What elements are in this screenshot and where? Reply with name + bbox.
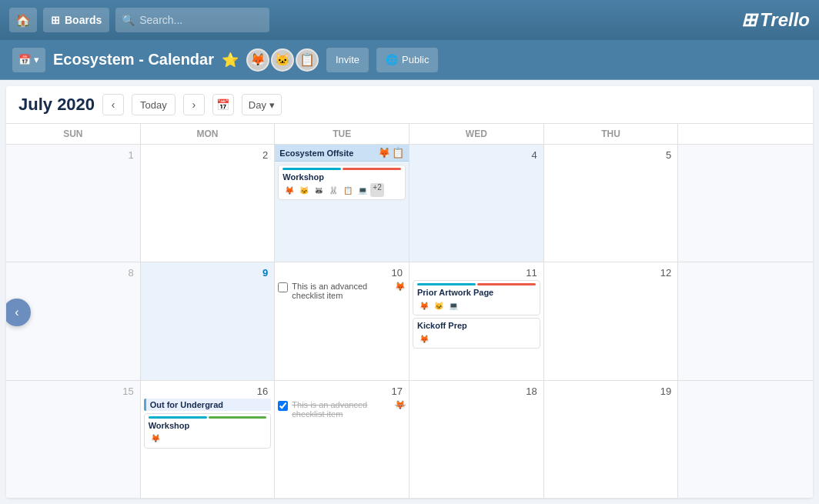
board-header: 📅 ▾ Ecosystem - Calendar ⭐ 🦊 🐱 📋 Invite …	[0, 40, 819, 80]
day-cell-wed-11[interactable]: 11 Prior Artwork Page 🦊 🐱 💻	[410, 262, 544, 379]
checklist-text: This is an advanced checklist item	[292, 282, 391, 300]
day-number: 19	[547, 384, 675, 399]
out-for-undergrad-event[interactable]: Out for Undergrad	[144, 399, 272, 411]
day-number: 16	[144, 384, 272, 399]
overflow-badge: +2	[370, 183, 383, 197]
avatar: 💻	[356, 183, 369, 197]
public-label: Public	[402, 54, 429, 65]
avatar: 🦊	[282, 183, 296, 197]
day-number: 9	[144, 265, 272, 280]
boards-button[interactable]: ⊞ Boards	[43, 8, 109, 32]
star-button[interactable]: ⭐	[222, 52, 239, 68]
day-cell-mon-9: 9	[141, 262, 276, 379]
member-avatars: 🦊 🐱 📋	[246, 48, 319, 72]
day-header-wed: WED	[410, 124, 544, 144]
home-button[interactable]: 🏠	[9, 8, 37, 32]
view-label: Day	[249, 99, 266, 111]
day-headers-row: SUN MON TUE WED THU	[6, 124, 813, 145]
view-selector[interactable]: Day ▾	[242, 94, 282, 115]
top-navigation: 🏠 ⊞ Boards 🔍 ⊞ Trello	[0, 0, 819, 40]
avatar: 🦊	[417, 332, 431, 345]
avatar[interactable]: 🦊	[246, 48, 269, 72]
day-cell-tue-3[interactable]: Ecosystem Offsite 🦊📋 Workshop	[275, 145, 410, 262]
search-icon: 🔍	[122, 14, 135, 26]
event-bar	[149, 416, 267, 419]
workshop-title-16: Workshop	[149, 421, 267, 430]
workshop-event-16[interactable]: Workshop 🦊	[144, 413, 272, 449]
avatar[interactable]: 🐱	[271, 48, 294, 72]
avatar: 🦝	[312, 183, 326, 197]
day-number: 2	[144, 148, 272, 162]
kickoff-prep-title: Kickoff Prep	[417, 321, 536, 330]
day-header-tue: TUE	[275, 124, 410, 144]
day-cell-empty	[678, 145, 813, 262]
day-number: 4	[413, 148, 540, 162]
checklist-item-unchecked[interactable]: This is an advanced checklist item 🦊	[278, 280, 406, 302]
day-cell-wed-4: 4	[410, 145, 544, 262]
day-cell-tue-17[interactable]: 17 This is an advanced checklist item 🦊	[275, 381, 410, 498]
day-number: 18	[413, 384, 540, 399]
checklist-checkbox[interactable]	[278, 282, 288, 292]
trello-logo: ⊞ Trello	[741, 9, 810, 31]
calendar-picker-button[interactable]: 📅	[212, 94, 234, 115]
search-input[interactable]	[139, 14, 263, 26]
day-header-sun: SUN	[6, 124, 141, 144]
public-button[interactable]: 🌐 Public	[376, 48, 438, 72]
today-button[interactable]: Today	[132, 94, 176, 115]
week-row: 15 16 Out for Undergrad Workshop	[6, 381, 813, 498]
prior-artwork-event[interactable]: Prior Artwork Page 🦊 🐱 💻	[413, 280, 540, 315]
day-cell-thu-5: 5	[544, 145, 679, 262]
day-cell-mon-2: 2	[141, 145, 276, 262]
kickoff-prep-event[interactable]: Kickoff Prep 🦊	[413, 318, 540, 349]
day-number: 5	[547, 148, 675, 162]
calendar-grid: SUN MON TUE WED THU 1 2 Ecosystem Offsi	[6, 124, 813, 498]
workshop-title: Workshop	[282, 172, 401, 182]
day-number: 1	[9, 148, 137, 162]
day-cell-empty	[678, 262, 813, 379]
trello-logo-text: Trello	[760, 9, 810, 31]
avatar: 📋	[341, 183, 355, 197]
workshop-event-3[interactable]: Workshop 🦊 🐱 🦝 🐰 📋 💻 +2	[278, 165, 406, 200]
next-month-button[interactable]: ›	[183, 94, 205, 115]
view-dropdown-icon: ▾	[269, 99, 275, 111]
day-number: 8	[9, 265, 137, 280]
avatar: 🐱	[432, 299, 446, 312]
checklist-checkbox[interactable]	[278, 401, 288, 411]
invite-label: Invite	[336, 54, 359, 65]
prior-artwork-title: Prior Artwork Page	[417, 288, 536, 297]
event-bar	[417, 283, 536, 285]
avatar: 🐰	[326, 183, 340, 197]
day-cell-sun-15: 15	[6, 381, 141, 498]
day-number: 15	[9, 384, 137, 399]
calendar-header: July 2020 ‹ Today › 📅 Day ▾	[6, 86, 813, 124]
boards-label: Boards	[65, 14, 102, 26]
day-number: 12	[547, 265, 675, 280]
ecosystem-offsite-title[interactable]: Ecosystem Offsite	[279, 149, 353, 158]
day-cell-wed-18: 18	[410, 381, 544, 498]
trello-logo-icon: ⊞	[741, 9, 757, 31]
globe-icon: 🌐	[386, 54, 398, 65]
avatar[interactable]: 📋	[296, 48, 319, 72]
calendar-weeks: 1 2 Ecosystem Offsite 🦊📋	[6, 145, 813, 498]
day-cell-thu-12: 12	[544, 262, 679, 379]
week-row: 8 9 10 This is an advanced checklist ite…	[6, 262, 813, 380]
day-cell-thu-19: 19	[544, 381, 679, 498]
day-number: 17	[278, 384, 406, 399]
checklist-emoji: 🦊	[395, 282, 406, 292]
out-for-undergrad-title: Out for Undergrad	[150, 400, 223, 409]
week-row: 1 2 Ecosystem Offsite 🦊📋	[6, 145, 813, 262]
avatar: 🦊	[149, 432, 162, 446]
month-title: July 2020	[18, 95, 95, 115]
calendar-container: ‹ July 2020 ‹ Today › 📅 Day ▾ SUN MON TU…	[6, 86, 813, 498]
boards-icon: ⊞	[51, 14, 60, 26]
checklist-item-checked[interactable]: This is an advanced checklist item 🦊	[278, 399, 406, 420]
invite-button[interactable]: Invite	[326, 48, 369, 72]
event-avatars: 🦊	[149, 432, 267, 446]
prev-month-button[interactable]: ‹	[102, 94, 124, 115]
day-cell-mon-16[interactable]: 16 Out for Undergrad Workshop 🦊	[141, 381, 276, 498]
day-cell-tue-10[interactable]: 10 This is an advanced checklist item 🦊	[275, 262, 410, 379]
calendar-view-toggle[interactable]: 📅 ▾	[12, 48, 45, 72]
day-cell-sun-1: 1	[6, 145, 141, 262]
event-bar	[282, 168, 401, 170]
day-number: 10	[278, 265, 406, 280]
